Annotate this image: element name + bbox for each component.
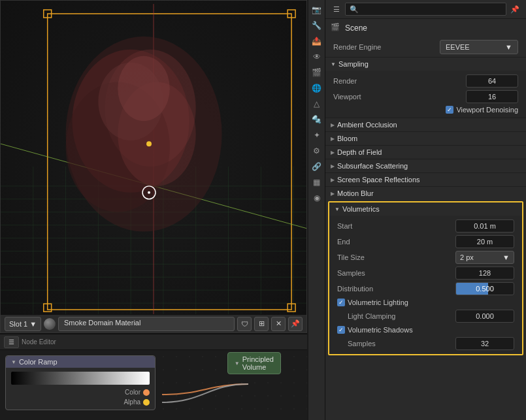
material-preview-sphere[interactable] — [44, 318, 56, 330]
material-remove-btn[interactable]: ✕ — [271, 317, 286, 331]
props-menu-icon[interactable]: ☰ — [331, 3, 342, 15]
vol-light-clamping-row: Light Clamping 0.000 — [337, 308, 514, 324]
sampling-triangle: ▼ — [331, 61, 336, 67]
node-collapse-btn[interactable]: ▼ — [11, 359, 16, 365]
sss-title: Subsurface Scattering — [337, 162, 408, 170]
subsurface-scattering-header[interactable]: ▶ Subsurface Scattering — [325, 159, 526, 172]
vol-title: Volumetrics — [342, 205, 380, 213]
sampling-section-header[interactable]: ▼ Sampling — [325, 57, 526, 71]
svg-point-32 — [118, 56, 170, 121]
color-socket-label: Color — [125, 389, 140, 396]
vol-start-value[interactable]: 0.01 m — [455, 219, 514, 233]
viewport-samples-label: Viewport — [333, 93, 372, 101]
render-engine-dropdown[interactable]: EEVEE ▼ — [440, 40, 518, 54]
sidebar-icon-scene-props[interactable]: 🔧 — [310, 18, 324, 33]
bloom-triangle: ▶ — [331, 136, 335, 142]
sidebar-icon-output[interactable]: 📤 — [310, 34, 324, 48]
sidebar-icon-world[interactable]: 🌐 — [310, 81, 324, 95]
vol-distribution-row: Distribution 0.500 — [337, 281, 514, 297]
viewport-canvas — [1, 1, 306, 332]
distribution-value: 0.500 — [476, 285, 494, 293]
sidebar-icon-modifier[interactable]: 🔩 — [310, 112, 324, 127]
ssr-header[interactable]: ▶ Screen Space Reflections — [325, 172, 526, 186]
dof-title: Depth of Field — [337, 148, 382, 156]
vol-shadow-samples-label: Samples — [348, 340, 376, 347]
vol-shadows-title: Volumetric Shadows — [348, 326, 413, 334]
node-canvas: ▼ Color Ramp Color Alpha — [0, 350, 307, 420]
sidebar-icon-data[interactable]: ▦ — [310, 175, 324, 189]
scene-label: Scene — [345, 24, 367, 33]
vol-samples-label: Samples — [337, 269, 365, 277]
sidebar-icon-object[interactable]: △ — [310, 97, 324, 111]
node-editor: ☰ Node Editor ▼ — [0, 333, 307, 420]
left-panel: Slot 1 ▼ Smoke Domain Material 🛡 ⊞ ✕ 📌 ☰… — [0, 0, 307, 420]
props-pin-icon[interactable]: 📌 — [509, 3, 521, 15]
render-samples-label: Render — [333, 77, 372, 85]
sidebar-icons: 📷 🔧 📤 👁 🎬 🌐 △ 🔩 ✦ ⚙ 🔗 ▦ ◉ — [308, 0, 325, 420]
vol-shadows-checkbox[interactable] — [337, 326, 345, 334]
sidebar-icon-scene[interactable]: 🎬 — [310, 65, 324, 80]
bloom-header[interactable]: ▶ Bloom — [325, 131, 526, 145]
volumetrics-header[interactable]: ▼ Volumetrics — [329, 202, 522, 216]
vol-tile-size-dropdown[interactable]: 2 px ▼ — [455, 251, 514, 264]
mb-title: Motion Blur — [337, 189, 374, 197]
vol-distribution-label: Distribution — [337, 285, 373, 293]
ao-title: Ambient Occlusion — [337, 121, 397, 129]
vol-samples-value[interactable]: 128 — [455, 267, 514, 280]
alpha-socket[interactable] — [143, 399, 150, 406]
denoising-label: Viewport Denoising — [456, 106, 518, 114]
ao-triangle: ▶ — [331, 122, 335, 128]
main-layout: Slot 1 ▼ Smoke Domain Material 🛡 ⊞ ✕ 📌 ☰… — [0, 0, 526, 420]
sidebar-icon-physics[interactable]: ⚙ — [310, 144, 324, 158]
vol-tile-size-row: Tile Size 2 px ▼ — [337, 250, 514, 265]
slot-dropdown[interactable]: Slot 1 ▼ — [5, 317, 41, 331]
props-header: ☰ 📌 — [325, 0, 526, 19]
viewport-samples-input[interactable] — [466, 90, 518, 103]
color-socket[interactable] — [143, 389, 150, 396]
sidebar-icon-constraints[interactable]: 🔗 — [310, 159, 324, 174]
volumetrics-body: Start 0.01 m End 20 m Tile Size 2 px ▼ — [329, 216, 522, 354]
render-engine-label: Render Engine — [333, 43, 381, 51]
sidebar-icon-particles[interactable]: ✦ — [310, 128, 324, 142]
viewport-grid — [1, 1, 306, 332]
3d-viewport[interactable]: Slot 1 ▼ Smoke Domain Material 🛡 ⊞ ✕ 📌 — [0, 0, 307, 333]
sidebar-icon-render[interactable]: 📷 — [310, 3, 324, 17]
material-pin-btn[interactable]: 📌 — [288, 317, 303, 331]
denoising-row: Viewport Denoising — [333, 105, 518, 115]
color-socket-row: Color — [11, 389, 150, 396]
material-shield-btn[interactable]: 🛡 — [237, 317, 252, 331]
svg-point-35 — [148, 191, 150, 194]
vol-light-clamping-value[interactable]: 0.000 — [455, 310, 514, 323]
vol-shadow-samples-row: Samples 32 — [337, 336, 514, 351]
material-copy-btn[interactable]: ⊞ — [254, 317, 269, 331]
denoising-checkbox[interactable] — [446, 106, 453, 114]
vol-lighting-title: Volumetric Lighting — [348, 299, 408, 306]
ambient-occlusion-header[interactable]: ▶ Ambient Occlusion — [325, 118, 526, 131]
vol-distribution-slider[interactable]: 0.500 — [455, 282, 514, 295]
props-search-input[interactable] — [345, 3, 506, 16]
vol-lighting-header[interactable]: Volumetric Lighting — [337, 297, 514, 308]
ssr-triangle: ▶ — [331, 177, 335, 183]
alpha-socket-row: Alpha — [11, 398, 150, 406]
vol-lighting-checkbox[interactable] — [337, 299, 345, 306]
vol-end-row: End 20 m — [337, 234, 514, 250]
depth-of-field-header[interactable]: ▶ Depth of Field — [325, 145, 526, 159]
node-editor-label: Node Editor — [22, 338, 56, 346]
vol-light-clamping-label: Light Clamping — [348, 312, 395, 320]
vol-start-label: Start — [337, 222, 352, 230]
vol-shadow-samples-value[interactable]: 32 — [455, 337, 514, 350]
scene-type-icon: 🎬 — [331, 23, 341, 33]
node-editor-toolbar: ☰ Node Editor — [0, 334, 307, 350]
motion-blur-header[interactable]: ▶ Motion Blur — [325, 186, 526, 200]
tile-size-value: 2 px — [460, 253, 474, 261]
vol-start-row: Start 0.01 m — [337, 218, 514, 234]
mb-triangle: ▶ — [331, 191, 335, 197]
sss-triangle: ▶ — [331, 163, 335, 169]
sidebar-icon-material[interactable]: ◉ — [310, 191, 324, 205]
node-editor-btn[interactable]: ☰ — [4, 336, 19, 348]
sidebar-icon-view[interactable]: 👁 — [310, 50, 324, 64]
render-samples-input[interactable] — [466, 74, 518, 88]
vol-shadows-header[interactable]: Volumetric Shadows — [337, 324, 514, 336]
scene-row: 🎬 Scene — [325, 19, 526, 37]
vol-end-value[interactable]: 20 m — [455, 235, 514, 248]
